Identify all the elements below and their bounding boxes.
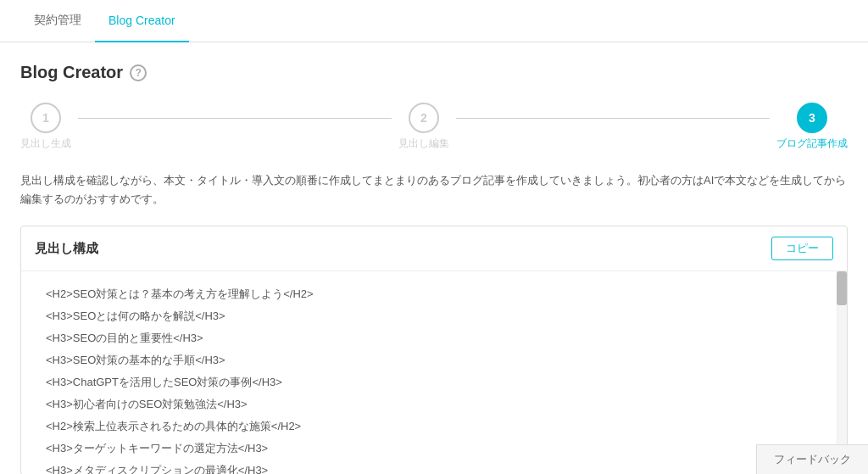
step-2-label: 見出し編集 <box>398 137 449 151</box>
section-header: 見出し構成 コピー <box>21 226 847 271</box>
step-1-label: 見出し生成 <box>20 137 71 151</box>
content-line: <H3>ChatGPTを活用したSEO対策の事例</H3> <box>35 371 823 393</box>
stepper: 1 見出し生成 2 見出し編集 3 ブログ記事作成 <box>20 103 848 151</box>
step-1: 1 見出し生成 <box>20 103 71 151</box>
copy-button[interactable]: コピー <box>771 237 833 260</box>
section-title: 見出し構成 <box>35 241 98 257</box>
tab-blog-creator[interactable]: Blog Creator <box>95 0 189 42</box>
step-3-label: ブログ記事作成 <box>776 137 848 151</box>
page-title: Blog Creator <box>20 63 123 82</box>
content-scroll[interactable]: <H2>SEO対策とは？基本の考え方を理解しよう</H2> <H3>SEOとは何… <box>21 271 837 474</box>
content-line: <H3>メタディスクリプションの最適化</H3> <box>35 460 823 474</box>
step-3: 3 ブログ記事作成 <box>776 103 848 151</box>
tab-contract[interactable]: 契約管理 <box>20 0 95 42</box>
page-title-row: Blog Creator ? <box>20 63 848 82</box>
section-box: 見出し構成 コピー <H2>SEO対策とは？基本の考え方を理解しよう</H2> … <box>20 226 848 474</box>
description: 見出し構成を確認しながら、本文・タイトル・導入文の順番に作成してまとまりのあるブ… <box>20 171 848 209</box>
content-area: <H2>SEO対策とは？基本の考え方を理解しよう</H2> <H3>SEOとは何… <box>21 271 847 474</box>
step-2: 2 見出し編集 <box>398 103 449 151</box>
page-content: Blog Creator ? 1 見出し生成 2 見出し編集 3 ブログ記事作成… <box>0 42 868 474</box>
step-line-2 <box>456 118 770 119</box>
content-line: <H3>初心者向けのSEO対策勉強法</H3> <box>35 393 823 415</box>
step-2-circle: 2 <box>409 103 439 133</box>
step-line-1 <box>78 118 392 119</box>
step-3-circle: 3 <box>797 103 827 133</box>
help-icon[interactable]: ? <box>130 64 147 81</box>
step-1-circle: 1 <box>31 103 61 133</box>
content-line: <H3>SEOとは何の略かを解説</H3> <box>35 305 823 327</box>
content-line: <H3>SEO対策の基本的な手順</H3> <box>35 349 823 371</box>
top-navigation: 契約管理 Blog Creator <box>0 0 868 42</box>
content-line: <H2>SEO対策とは？基本の考え方を理解しよう</H2> <box>35 283 823 305</box>
content-line: <H3>SEOの目的と重要性</H3> <box>35 327 823 349</box>
content-line: <H3>ターゲットキーワードの選定方法</H3> <box>35 438 823 460</box>
scrollbar-thumb[interactable] <box>837 271 847 305</box>
content-line: <H2>検索上位表示されるための具体的な施策</H2> <box>35 415 823 438</box>
feedback-bar[interactable]: フィードバック <box>756 444 868 474</box>
